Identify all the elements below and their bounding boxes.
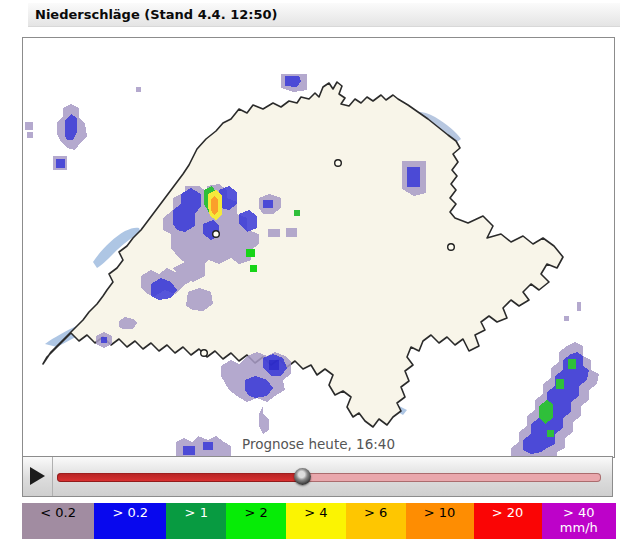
- legend-label: > 2: [226, 505, 286, 520]
- city-dot: [448, 244, 455, 251]
- radar-map: Prognose heute, 16:40: [22, 37, 615, 458]
- legend-cell: > 40mm/h: [542, 503, 616, 539]
- legend-label: > 40: [542, 505, 616, 520]
- country-border: [43, 82, 563, 427]
- legend-label: > 1: [166, 505, 226, 520]
- play-icon: [30, 467, 45, 485]
- legend-label: < 0.2: [22, 505, 94, 520]
- legend-cell: > 4: [286, 503, 346, 539]
- slider-track-elapsed[interactable]: [57, 473, 304, 482]
- city-dot: [213, 231, 220, 238]
- city-dot: [201, 350, 208, 357]
- legend-cell: > 2: [226, 503, 286, 539]
- forecast-caption: Prognose heute, 16:40: [23, 436, 614, 452]
- legend-cell: > 10: [406, 503, 474, 539]
- animation-player: [22, 456, 613, 497]
- legend-cell: > 1: [166, 503, 226, 539]
- switzerland-map: [23, 38, 614, 457]
- legend-cell: > 6: [346, 503, 406, 539]
- legend-label: > 20: [474, 505, 542, 520]
- slider-handle[interactable]: [294, 468, 311, 485]
- legend-cell: > 20: [474, 503, 542, 539]
- time-slider[interactable]: [57, 457, 601, 496]
- legend-cell: < 0.2: [22, 503, 94, 539]
- page-title: Niederschläge (Stand 4.4. 12:50): [28, 3, 620, 26]
- legend-unit: mm/h: [542, 520, 616, 535]
- legend-cell: > 0.2: [94, 503, 166, 539]
- legend-label: > 0.2: [94, 505, 166, 520]
- title-bar: Niederschläge (Stand 4.4. 12:50): [28, 3, 620, 27]
- legend-label: > 10: [406, 505, 474, 520]
- legend-label: > 6: [346, 505, 406, 520]
- precipitation-legend: < 0.2> 0.2> 1> 2> 4> 6> 10> 20> 40mm/h: [22, 503, 616, 539]
- play-button[interactable]: [23, 457, 53, 496]
- city-dot: [335, 160, 342, 167]
- legend-label: > 4: [286, 505, 346, 520]
